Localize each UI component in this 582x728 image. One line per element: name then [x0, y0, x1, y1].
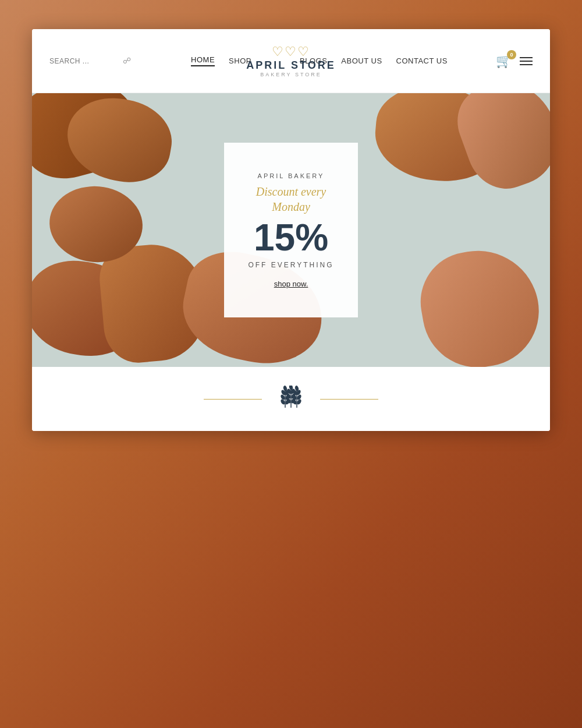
wheat-svg	[274, 386, 308, 409]
section-divider	[32, 367, 550, 431]
search-area[interactable]: ☍	[49, 56, 143, 66]
shop-now-link[interactable]: shop now.	[274, 280, 308, 288]
search-icon[interactable]: ☍	[123, 56, 131, 66]
bread-item	[413, 241, 548, 367]
nav-links: HOME SHOP	[191, 55, 251, 66]
divider-inner	[204, 386, 378, 413]
promo-card: APRIL BAKERY Discount every Monday 15% O…	[224, 143, 358, 317]
cart-button[interactable]: 🛒 0	[496, 54, 512, 69]
search-input[interactable]	[49, 57, 119, 65]
header: ☍ HOME SHOP ♡♡♡ APRIL STORE BAKERY STORE…	[32, 29, 550, 93]
menu-button[interactable]	[520, 57, 533, 65]
logo: ♡♡♡ APRIL STORE BAKERY STORE	[246, 44, 335, 78]
menu-icon	[520, 57, 533, 58]
divider-line-right	[320, 399, 378, 400]
promo-off-text: OFF EVERYTHING	[248, 261, 333, 269]
promo-bakery-name: APRIL BAKERY	[258, 172, 325, 179]
nav-contact[interactable]: CONTACT US	[396, 56, 448, 65]
wheat-icon	[274, 386, 308, 413]
browser-window: ☍ HOME SHOP ♡♡♡ APRIL STORE BAKERY STORE…	[32, 29, 550, 431]
cart-badge: 0	[507, 50, 516, 59]
logo-title: APRIL STORE	[246, 59, 335, 72]
logo-wheat-icon: ♡♡♡	[246, 44, 335, 59]
promo-percent: 15%	[254, 219, 328, 256]
header-actions: 🛒 0	[496, 54, 533, 69]
nav-home[interactable]: HOME	[191, 55, 215, 66]
nav-about[interactable]: ABOUT US	[341, 56, 382, 65]
promo-discount-text: Discount every Monday	[236, 184, 346, 214]
logo-subtitle: BAKERY STORE	[246, 72, 335, 77]
divider-line-left	[204, 399, 262, 400]
hero-section: APRIL BAKERY Discount every Monday 15% O…	[32, 93, 550, 367]
